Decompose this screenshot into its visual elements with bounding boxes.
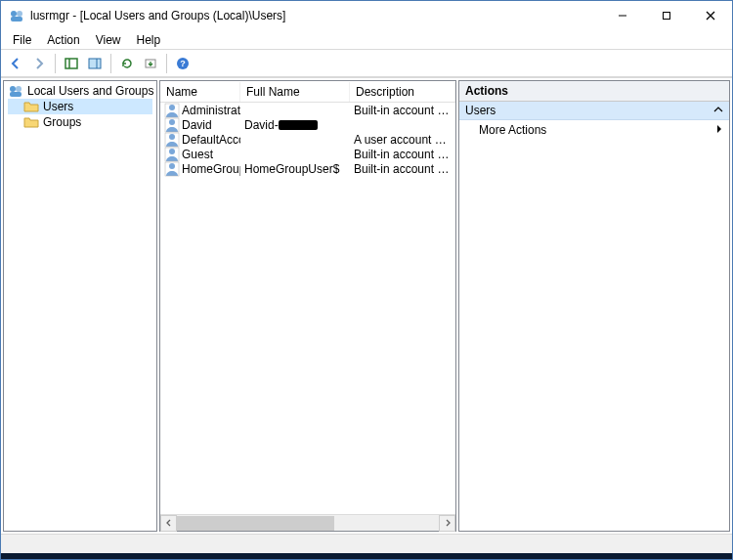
- svg-point-17: [169, 105, 175, 110]
- cell-name: HomeGroup...: [182, 162, 240, 176]
- actions-more-actions[interactable]: More Actions: [459, 120, 729, 140]
- actions-header: Actions: [459, 81, 729, 102]
- table-row[interactable]: HomeGroup...HomeGroupUser$Built-in accou…: [160, 161, 455, 176]
- toolbar-separator: [166, 54, 167, 73]
- svg-point-15: [16, 86, 22, 92]
- tree-node-label: Groups: [43, 115, 81, 129]
- menubar: File Action View Help: [1, 30, 732, 50]
- help-button[interactable]: ?: [172, 53, 194, 74]
- menu-file[interactable]: File: [5, 31, 39, 49]
- toolbar-separator: [55, 54, 56, 73]
- expand-arrow-icon: [715, 123, 723, 137]
- forward-button[interactable]: [28, 53, 50, 74]
- svg-rect-2: [11, 17, 22, 22]
- status-bar: [1, 534, 732, 553]
- cell-fullname: HomeGroupUser$: [240, 162, 350, 176]
- horizontal-scrollbar[interactable]: [160, 514, 455, 531]
- actions-section-users[interactable]: Users: [459, 102, 729, 120]
- table-row[interactable]: AdministratorBuilt-in account for adm: [160, 103, 455, 117]
- svg-point-21: [169, 134, 175, 140]
- scroll-right-arrow[interactable]: [439, 515, 455, 532]
- table-row[interactable]: DefaultAcco...A user account manage: [160, 132, 455, 147]
- tree-node-groups[interactable]: Groups: [8, 114, 152, 130]
- show-hide-action-pane-button[interactable]: [84, 53, 106, 74]
- refresh-button[interactable]: [116, 53, 138, 74]
- list-body[interactable]: AdministratorBuilt-in account for admDav…: [160, 103, 455, 514]
- user-icon: [164, 147, 180, 162]
- column-header-description[interactable]: Description: [350, 82, 455, 102]
- svg-point-23: [169, 149, 175, 154]
- actions-section-label: Users: [465, 104, 496, 117]
- svg-point-14: [10, 86, 16, 92]
- titlebar: lusrmgr - [Local Users and Groups (Local…: [1, 1, 732, 30]
- scroll-left-arrow[interactable]: [160, 515, 177, 532]
- actions-pane: Actions Users More Actions: [458, 80, 730, 532]
- menu-view[interactable]: View: [88, 31, 129, 49]
- bottom-edge: [1, 553, 732, 559]
- scroll-thumb[interactable]: [177, 516, 334, 531]
- svg-text:?: ?: [180, 59, 186, 68]
- table-row[interactable]: DavidDavid-: [160, 117, 455, 132]
- tree-root-label: Local Users and Groups (Local): [27, 84, 157, 98]
- cell-name: Guest: [182, 148, 213, 161]
- window-title: lusrmgr - [Local Users and Groups (Local…: [30, 9, 600, 22]
- cell-description: Built-in account for adm: [350, 104, 455, 117]
- toolbar-separator: [110, 54, 111, 73]
- user-icon: [164, 132, 180, 148]
- scroll-track[interactable]: [177, 516, 439, 531]
- redacted-text: [279, 120, 318, 130]
- app-icon: [9, 8, 24, 23]
- folder-icon: [23, 99, 39, 114]
- user-icon: [164, 103, 180, 118]
- svg-point-1: [17, 11, 22, 17]
- cell-name: David: [182, 118, 212, 132]
- table-row[interactable]: GuestBuilt-in account for gue: [160, 147, 455, 161]
- svg-point-25: [169, 163, 175, 169]
- cell-description: Built-in account for gue: [350, 148, 455, 161]
- folder-icon: [23, 114, 39, 130]
- svg-rect-16: [10, 92, 22, 97]
- tree-root[interactable]: Local Users and Groups (Local): [8, 83, 152, 99]
- back-button[interactable]: [5, 53, 26, 74]
- cell-description: Built-in account for hon: [350, 162, 455, 176]
- actions-item-label: More Actions: [479, 123, 546, 137]
- tree-node-label: Users: [43, 100, 73, 113]
- user-icon: [164, 117, 180, 133]
- svg-rect-7: [65, 59, 77, 68]
- scope-tree[interactable]: Local Users and Groups (Local) Users Gro…: [3, 80, 157, 532]
- main-area: Local Users and Groups (Local) Users Gro…: [1, 77, 732, 534]
- cell-name: Administrator: [182, 104, 240, 117]
- maximize-button[interactable]: [644, 2, 688, 29]
- cell-name: DefaultAcco...: [182, 133, 240, 147]
- tree-node-users[interactable]: Users: [8, 99, 152, 114]
- user-icon: [164, 161, 180, 177]
- minimize-button[interactable]: [600, 2, 644, 29]
- menu-help[interactable]: Help: [129, 31, 169, 49]
- svg-rect-4: [663, 13, 669, 20]
- list-header-row: Name Full Name Description: [160, 81, 455, 103]
- svg-point-19: [169, 119, 175, 125]
- show-hide-console-tree-button[interactable]: [61, 53, 82, 74]
- close-button[interactable]: [688, 2, 732, 29]
- export-list-button[interactable]: [140, 53, 161, 74]
- result-list: Name Full Name Description Administrator…: [159, 80, 456, 532]
- svg-rect-9: [89, 59, 101, 68]
- column-header-name[interactable]: Name: [160, 82, 240, 102]
- cell-fullname: David-: [240, 118, 350, 132]
- column-header-fullname[interactable]: Full Name: [240, 82, 350, 102]
- toolbar: ?: [1, 50, 732, 77]
- lusrmgr-icon: [8, 83, 23, 99]
- collapse-icon[interactable]: [713, 104, 723, 117]
- svg-point-0: [11, 11, 17, 17]
- menu-action[interactable]: Action: [39, 31, 87, 49]
- cell-description: A user account manage: [350, 133, 455, 147]
